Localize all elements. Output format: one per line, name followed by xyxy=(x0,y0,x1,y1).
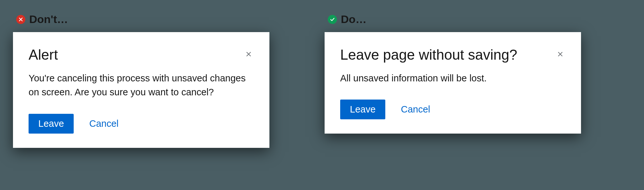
do-label-row: Do… xyxy=(328,13,581,26)
cancel-button[interactable]: Cancel xyxy=(397,100,434,119)
dont-modal: Alert You're canceling this process with… xyxy=(13,32,269,148)
do-modal-header: Leave page without saving? xyxy=(340,46,565,64)
examples-wrapper: Don't… Alert You're canceling this proce… xyxy=(13,13,631,148)
do-modal-body: All unsaved information will be lost. xyxy=(340,71,565,86)
close-icon xyxy=(245,50,253,60)
do-modal-title: Leave page without saving? xyxy=(340,46,517,64)
do-label-text: Do… xyxy=(341,13,366,26)
cancel-button[interactable]: Cancel xyxy=(85,114,122,134)
dont-modal-header: Alert xyxy=(29,46,254,64)
check-circle-icon xyxy=(328,15,337,24)
dont-modal-footer: Leave Cancel xyxy=(29,114,254,134)
leave-button[interactable]: Leave xyxy=(340,100,385,119)
close-icon xyxy=(556,50,564,60)
do-modal: Leave page without saving? All unsaved i… xyxy=(325,32,581,134)
dont-example: Don't… Alert You're canceling this proce… xyxy=(13,13,269,148)
close-button[interactable] xyxy=(555,49,565,61)
do-modal-footer: Leave Cancel xyxy=(340,100,565,119)
dont-modal-body: You're canceling this process with unsav… xyxy=(29,71,254,100)
dont-modal-title: Alert xyxy=(29,46,58,64)
dont-label-row: Don't… xyxy=(16,13,269,26)
dont-label-text: Don't… xyxy=(29,13,68,26)
leave-button[interactable]: Leave xyxy=(29,114,74,134)
close-button[interactable] xyxy=(243,49,254,61)
do-example: Do… Leave page without saving? All unsav… xyxy=(325,13,581,134)
cross-circle-icon xyxy=(16,15,25,24)
